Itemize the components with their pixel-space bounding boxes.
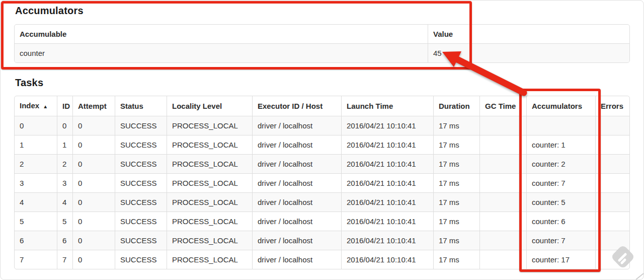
task-gc-time-cell [479,116,526,135]
task-index-cell: 7 [15,250,57,269]
task-row: 0 0 0 SUCCESS PROCESS_LOCAL driver / loc… [15,116,629,135]
task-launch-time-cell: 2016/04/21 10:10:41 [341,231,433,250]
accumulators-section-title: Accumulators [15,5,84,17]
task-status-cell: SUCCESS [115,154,167,173]
task-status-cell: SUCCESS [115,250,167,269]
gc-time-column-header[interactable]: GC Time [479,96,526,116]
status-column-header[interactable]: Status [115,96,167,116]
task-launch-time-cell: 2016/04/21 10:10:41 [341,116,433,135]
accumulator-row: counter 45 [15,43,629,62]
task-status-cell: SUCCESS [115,212,167,231]
task-locality-cell: PROCESS_LOCAL [167,212,252,231]
task-accumulators-cell: counter: 7 [526,173,595,192]
task-gc-time-cell [479,250,526,269]
task-errors-cell [595,173,629,192]
task-gc-time-cell [479,135,526,154]
task-locality-cell: PROCESS_LOCAL [167,154,252,173]
task-index-cell: 6 [15,231,57,250]
accumulable-name-cell: counter [15,43,428,62]
task-accumulators-cell: counter: 6 [526,212,595,231]
task-gc-time-cell [479,212,526,231]
task-row: 3 3 0 SUCCESS PROCESS_LOCAL driver / loc… [15,173,629,192]
executor-id-host-column-header[interactable]: Executor ID / Host [252,96,341,116]
task-launch-time-cell: 2016/04/21 10:10:41 [341,212,433,231]
task-errors-cell [595,250,629,269]
task-index-cell: 1 [15,135,57,154]
task-row: 6 6 0 SUCCESS PROCESS_LOCAL driver / loc… [15,231,629,250]
task-errors-cell [595,192,629,212]
task-index-cell: 3 [15,173,57,192]
task-row: 1 1 0 SUCCESS PROCESS_LOCAL driver / loc… [15,135,629,154]
task-executor-cell: driver / localhost [252,192,341,212]
task-attempt-cell: 0 [72,116,115,135]
corner-resize-mark [635,272,644,280]
task-status-cell: SUCCESS [115,192,167,212]
task-gc-time-cell [479,192,526,212]
task-locality-cell: PROCESS_LOCAL [167,116,252,135]
task-executor-cell: driver / localhost [252,173,341,192]
task-launch-time-cell: 2016/04/21 10:10:41 [341,173,433,192]
task-attempt-cell: 0 [72,135,115,154]
tasks-table-body: 0 0 0 SUCCESS PROCESS_LOCAL driver / loc… [15,116,629,269]
task-id-cell: 6 [57,231,72,250]
task-index-cell: 0 [15,116,57,135]
task-launch-time-cell: 2016/04/21 10:10:41 [341,135,433,154]
task-executor-cell: driver / localhost [252,135,341,154]
task-id-cell: 3 [57,173,72,192]
task-locality-cell: PROCESS_LOCAL [167,135,252,154]
index-column-header[interactable]: Index▲ [15,96,57,116]
task-duration-cell: 17 ms [433,116,479,135]
task-id-cell: 0 [57,116,72,135]
task-row: 4 4 0 SUCCESS PROCESS_LOCAL driver / loc… [15,192,629,212]
task-status-cell: SUCCESS [115,135,167,154]
accumulable-column-header: Accumulable [15,25,428,43]
task-id-cell: 2 [57,154,72,173]
task-errors-cell [595,154,629,173]
accumulators-column-header[interactable]: Accumulators [526,96,595,116]
attempt-column-header[interactable]: Attempt [72,96,115,116]
task-duration-cell: 17 ms [433,192,479,212]
task-status-cell: SUCCESS [115,231,167,250]
task-id-cell: 5 [57,212,72,231]
task-status-cell: SUCCESS [115,173,167,192]
task-accumulators-cell: counter: 17 [526,250,595,269]
task-id-cell: 4 [57,192,72,212]
task-index-cell: 4 [15,192,57,212]
task-accumulators-cell: counter: 2 [526,154,595,173]
launch-time-column-header[interactable]: Launch Time [341,96,433,116]
duration-column-header[interactable]: Duration [433,96,479,116]
task-locality-cell: PROCESS_LOCAL [167,192,252,212]
value-column-header: Value [428,25,629,43]
task-attempt-cell: 0 [72,173,115,192]
task-attempt-cell: 0 [72,154,115,173]
index-column-label: Index [20,101,39,110]
accumulators-table: Accumulable Value counter 45 [14,24,630,63]
task-id-cell: 7 [57,250,72,269]
accumulator-value-cell: 45 [428,43,629,62]
task-row: 2 2 0 SUCCESS PROCESS_LOCAL driver / loc… [15,154,629,173]
task-duration-cell: 17 ms [433,135,479,154]
tasks-header-row: Index▲ ID Attempt Status Locality Level … [15,96,629,116]
task-locality-cell: PROCESS_LOCAL [167,173,252,192]
errors-column-header[interactable]: Errors [595,96,629,116]
task-launch-time-cell: 2016/04/21 10:10:41 [341,192,433,212]
task-duration-cell: 17 ms [433,212,479,231]
task-duration-cell: 17 ms [433,250,479,269]
task-errors-cell [595,116,629,135]
locality-level-column-header[interactable]: Locality Level [167,96,252,116]
task-gc-time-cell [479,173,526,192]
tasks-table: Index▲ ID Attempt Status Locality Level … [14,96,630,269]
id-column-header[interactable]: ID [57,96,72,116]
accumulators-header-row: Accumulable Value [15,25,629,43]
task-errors-cell [595,231,629,250]
task-executor-cell: driver / localhost [252,116,341,135]
task-attempt-cell: 0 [72,250,115,269]
task-attempt-cell: 0 [72,231,115,250]
task-index-cell: 2 [15,154,57,173]
task-executor-cell: driver / localhost [252,231,341,250]
task-row: 7 7 0 SUCCESS PROCESS_LOCAL driver / loc… [15,250,629,269]
task-launch-time-cell: 2016/04/21 10:10:41 [341,154,433,173]
sort-ascending-icon: ▲ [43,104,48,109]
task-id-cell: 1 [57,135,72,154]
task-accumulators-cell [526,116,595,135]
